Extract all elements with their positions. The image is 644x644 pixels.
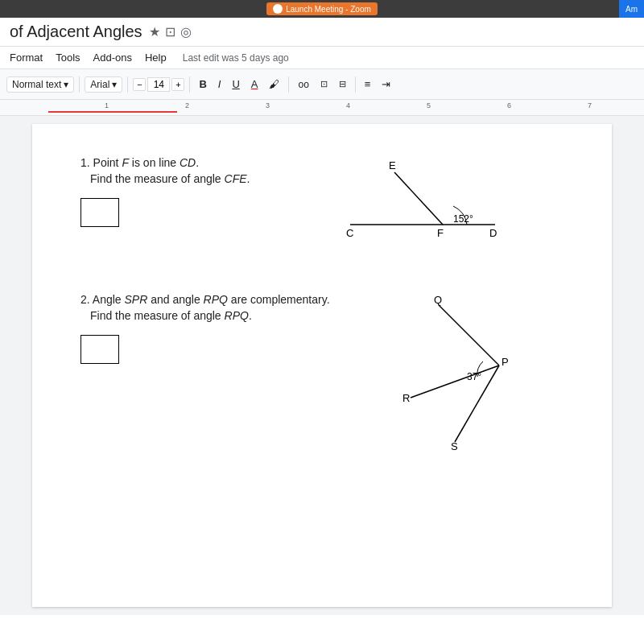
main-content: 1. Point F is on line CD. Find the measu… (0, 116, 644, 615)
zoom-icon (273, 4, 283, 14)
menu-tools[interactable]: Tools (56, 52, 80, 64)
font-label: Arial (90, 79, 109, 90)
problem-2-sub: Find the measure of angle RPQ. (80, 309, 330, 322)
problem-1-left: 1. Point F is on line CD. Find the measu… (80, 156, 250, 230)
font-size-decrease[interactable]: − (133, 78, 146, 91)
ruler-num-5: 5 (427, 101, 431, 109)
problem-1-text: Point F is on line CD. (93, 156, 200, 169)
style-label: Normal text (12, 79, 61, 90)
ruler-num-6: 6 (507, 101, 511, 109)
menu-help[interactable]: Help (145, 52, 167, 64)
toolbar-separator-1 (79, 76, 80, 93)
label-c: C (346, 227, 353, 239)
style-selector[interactable]: Normal text ▾ (6, 76, 74, 93)
label-f: F (437, 227, 444, 239)
font-size-control: − 14 + (133, 77, 184, 92)
font-size-value[interactable]: 14 (147, 77, 170, 92)
star-icon[interactable]: ★ (149, 24, 160, 39)
problem-1-diagram: E C F D 152° (282, 156, 564, 261)
font-dropdown-icon: ▾ (112, 79, 117, 90)
doc-icon[interactable]: ⊡ (165, 24, 175, 39)
image-icon[interactable]: ⊟ (335, 77, 350, 91)
toolbar-separator-5 (355, 76, 356, 93)
problem-1-statement: 1. Point F is on line CD. (80, 156, 250, 169)
label-e: E (389, 159, 396, 171)
menu-addons[interactable]: Add-ons (93, 52, 132, 64)
title-icons: ★ ⊡ ◎ (149, 24, 192, 39)
font-size-increase[interactable]: + (171, 78, 184, 91)
label-s: S (451, 440, 458, 452)
link-icon[interactable]: oo (294, 77, 312, 92)
toolbar-separator-4 (288, 76, 289, 93)
doc-body: 1. Point F is on line CD. Find the measu… (0, 116, 644, 615)
line-spacing-icon[interactable]: ≡ (361, 76, 375, 92)
ruler: 1 2 3 4 5 6 7 (0, 100, 644, 116)
problem-1-sub: Find the measure of angle CFE. (80, 172, 250, 185)
problem-1-answer-box[interactable] (80, 198, 119, 227)
label-q: Q (434, 294, 442, 306)
toolbar: Normal text ▾ Arial ▾ − 14 + B I U A 🖌 o… (0, 69, 644, 100)
doc-page: 1. Point F is on line CD. Find the measu… (32, 124, 612, 607)
underline-button[interactable]: U (228, 76, 243, 92)
problem-2-statement: 2. Angle SPR and angle RPQ are complemen… (80, 293, 330, 306)
problem-1: 1. Point F is on line CD. Find the measu… (80, 156, 564, 261)
zoom-badge: Launch Meeting - Zoom (266, 2, 378, 15)
font-selector[interactable]: Arial ▾ (85, 76, 122, 93)
diagram-1-svg: E C F D 152° (334, 156, 511, 261)
label-d: D (489, 227, 497, 239)
problem-1-row: 1. Point F is on line CD. Find the measu… (80, 156, 564, 261)
angle-1-label: 152° (453, 213, 473, 225)
style-dropdown-icon: ▾ (64, 79, 68, 90)
diagram-2-svg: Q P R S 37° (374, 293, 551, 454)
label-p: P (502, 356, 509, 368)
problem-2-answer-box[interactable] (80, 335, 119, 364)
font-color-button[interactable]: A (247, 76, 262, 92)
system-bar: Launch Meeting - Zoom Am (0, 0, 644, 18)
ray-fe (394, 172, 443, 225)
comment-icon[interactable]: ⊡ (316, 77, 332, 91)
ray-pq (439, 305, 499, 365)
angle-2-label: 37° (467, 371, 481, 382)
problem-2-row: 2. Angle SPR and angle RPQ are complemen… (80, 293, 564, 454)
toolbar-separator-3 (189, 76, 190, 93)
problem-2-left: 2. Angle SPR and angle RPQ are complemen… (80, 293, 330, 367)
top-right-label: Am (625, 5, 638, 14)
paint-icon[interactable]: 🖌 (265, 76, 283, 92)
doc-title: of Adjacent Angles (10, 23, 142, 41)
zoom-label: Launch Meeting - Zoom (286, 5, 371, 14)
problem-1-number: 1. (80, 156, 90, 169)
problem-2-diagram: Q P R S 37° (362, 293, 564, 454)
menu-bar: Format Tools Add-ons Help Last edit was … (0, 47, 644, 69)
ruler-num-1: 1 (105, 101, 109, 109)
italic-button[interactable]: I (214, 76, 225, 92)
problem-2: 2. Angle SPR and angle RPQ are complemen… (80, 293, 564, 454)
label-r: R (402, 392, 410, 404)
ray-pr (411, 365, 499, 398)
last-edit-label: Last edit was 5 days ago (183, 52, 289, 64)
menu-format[interactable]: Format (10, 52, 43, 64)
ruler-num-3: 3 (266, 101, 270, 109)
ruler-num-7: 7 (588, 101, 592, 109)
problem-2-text: Angle SPR and angle RPQ are complementar… (93, 293, 330, 306)
bold-button[interactable]: B (195, 76, 210, 92)
top-right-badge: Am (619, 0, 644, 18)
ruler-line (48, 111, 177, 113)
problem-2-number: 2. (80, 293, 90, 306)
ruler-num-2: 2 (185, 101, 189, 109)
toolbar-separator-2 (127, 76, 128, 93)
indent-icon[interactable]: ⇥ (378, 76, 394, 92)
share-icon[interactable]: ◎ (180, 24, 192, 39)
ruler-num-4: 4 (346, 101, 350, 109)
title-bar: of Adjacent Angles ★ ⊡ ◎ (0, 18, 644, 47)
